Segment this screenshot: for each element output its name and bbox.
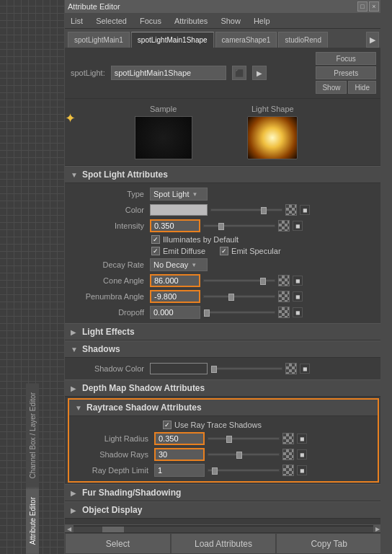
sample-preview <box>135 116 192 159</box>
spotlight-icon-btn1[interactable]: ⬛ <box>232 66 246 80</box>
shadows-header[interactable]: ▼ Shadows <box>65 340 382 358</box>
penumbra-btn2[interactable]: ◼ <box>293 291 303 302</box>
load-attributes-button[interactable]: Load Attributes <box>171 533 277 554</box>
intensity-slider[interactable] <box>203 224 275 227</box>
tab-spotlightmain1shape[interactable]: spotLightMain1Shape <box>131 32 214 48</box>
ray-depth-btn2[interactable]: ◼ <box>297 465 307 475</box>
penumbra-angle-label: Penumbra Angle <box>71 292 150 301</box>
intensity-input[interactable] <box>150 219 200 232</box>
h-scrollbar[interactable]: ◀ ▶ <box>65 524 382 532</box>
light-radius-btn2[interactable]: ◼ <box>297 434 307 444</box>
color-checker[interactable] <box>285 204 297 216</box>
shadow-color-slider[interactable] <box>210 367 282 370</box>
cone-angle-checker[interactable] <box>278 275 290 286</box>
spot-light-title: Spot Light Attributes <box>82 170 168 180</box>
minimize-button[interactable]: □ <box>357 1 368 12</box>
dropoff-handle <box>204 309 210 317</box>
tab-camerashape1[interactable]: cameraShape1 <box>215 32 277 48</box>
tab-spotlightmain1[interactable]: spotLightMain1 <box>68 32 130 48</box>
dropoff-checker[interactable] <box>278 307 290 318</box>
presets-button[interactable]: Presets <box>316 66 376 79</box>
menu-help[interactable]: Help <box>251 15 273 27</box>
shadow-rays-value: ◼ <box>154 448 372 461</box>
tab-scroll-arrow[interactable]: ▶ <box>366 32 379 48</box>
shadow-color-swatch[interactable] <box>150 363 208 374</box>
right-buttons: Focus Presets Show Hide <box>316 52 376 94</box>
scroll-panel[interactable]: ▼ Spot Light Attributes Type Spot Light … <box>65 166 382 532</box>
cone-angle-input[interactable] <box>150 274 200 287</box>
color-swatch[interactable] <box>150 204 208 216</box>
h-scroll-track[interactable] <box>74 527 373 532</box>
shadow-rays-btn2[interactable]: ◼ <box>297 449 307 460</box>
shadows-body: Shadow Color ◼ <box>65 358 382 379</box>
light-radius-input[interactable] <box>154 432 205 445</box>
menu-show[interactable]: Show <box>218 15 244 27</box>
spot-light-attributes-header[interactable]: ▼ Spot Light Attributes <box>65 166 382 183</box>
ray-depth-input[interactable] <box>154 464 205 477</box>
penumbra-angle-checker[interactable] <box>278 291 290 302</box>
channel-box-label[interactable]: Channel Box / Layer Editor <box>26 384 39 488</box>
depth-map-header[interactable]: ▶ Depth Map Shadow Attributes <box>65 379 382 397</box>
type-dropdown[interactable]: Spot Light ▼ <box>150 188 208 201</box>
shadow-rays-label: Shadow Rays <box>75 450 154 459</box>
fur-shading-arrow: ▶ <box>71 489 78 497</box>
color-slider[interactable] <box>210 208 282 211</box>
light-effects-header[interactable]: ▶ Light Effects <box>65 323 382 340</box>
ray-trace-checkbox[interactable]: ✓ <box>163 421 172 429</box>
attribute-editor-label[interactable]: Attribute Editor <box>26 488 39 554</box>
menu-bar: List Selected Focus Attributes Show Help <box>65 13 382 29</box>
fur-shading-header[interactable]: ▶ Fur Shading/Shadowing <box>65 484 382 501</box>
cone-angle-btn2[interactable]: ◼ <box>293 276 303 286</box>
ray-depth-checker[interactable] <box>282 465 294 476</box>
dropoff-slider[interactable] <box>203 311 275 314</box>
intensity-checker[interactable] <box>278 220 290 232</box>
ray-depth-row: Ray Depth Limit ◼ <box>69 462 378 478</box>
close-button[interactable]: × <box>369 1 379 12</box>
object-display-header[interactable]: ▶ Object Display <box>65 501 382 519</box>
menu-selected[interactable]: Selected <box>93 15 130 27</box>
color-value: ◼ <box>150 204 376 216</box>
menu-list[interactable]: List <box>68 15 86 27</box>
h-scroll-left[interactable]: ◀ <box>65 525 74 533</box>
raytrace-header[interactable]: ▼ Raytrace Shadow Attributes <box>69 400 378 416</box>
penumbra-angle-row: Penumbra Angle ◼ <box>65 289 382 304</box>
menu-focus[interactable]: Focus <box>137 15 164 27</box>
menu-attributes[interactable]: Attributes <box>172 15 210 27</box>
tab-studiorend[interactable]: studioRend <box>278 32 328 48</box>
copy-tab-button[interactable]: Copy Tab <box>276 533 382 554</box>
shadow-rays-slider[interactable] <box>208 453 280 456</box>
emit-specular-checkbox[interactable]: ✓ <box>220 247 228 255</box>
ray-depth-slider[interactable] <box>208 469 280 472</box>
select-button[interactable]: Select <box>65 533 171 554</box>
cone-angle-slider[interactable] <box>203 279 275 282</box>
color-slider-handle <box>261 207 267 214</box>
bottom-bar: Select Load Attributes Copy Tab <box>65 532 382 554</box>
sample-section: Sample <box>135 105 192 159</box>
intensity-btn2[interactable]: ◼ <box>293 221 303 231</box>
penumbra-angle-slider[interactable] <box>203 295 275 298</box>
shadow-color-checker[interactable] <box>285 363 297 374</box>
decay-rate-arrow: ▼ <box>191 262 197 268</box>
light-radius-checker[interactable] <box>282 433 294 444</box>
show-button[interactable]: Show <box>316 81 347 94</box>
spotlight-icon-btn2[interactable]: ▶ <box>252 66 267 80</box>
hide-button[interactable]: Hide <box>348 81 376 94</box>
focus-button[interactable]: Focus <box>316 52 376 65</box>
illuminates-checkbox[interactable]: ✓ <box>151 235 160 244</box>
shadow-color-btn2[interactable]: ◼ <box>300 364 310 374</box>
spot-light-body: Type Spot Light ▼ Color <box>65 183 382 323</box>
right-sidebar <box>380 0 392 554</box>
color-row: Color ◼ <box>65 202 382 218</box>
spotlight-name-input[interactable] <box>111 66 226 80</box>
decay-rate-dropdown[interactable]: No Decay ▼ <box>150 258 208 271</box>
dropoff-btn2[interactable]: ◼ <box>293 307 303 317</box>
cone-angle-value: ◼ <box>150 274 376 287</box>
penumbra-angle-input[interactable] <box>150 290 200 303</box>
light-radius-slider[interactable] <box>208 437 280 440</box>
dropoff-input[interactable] <box>150 306 200 319</box>
shadow-rays-input[interactable] <box>154 448 205 461</box>
color-btn2[interactable]: ◼ <box>300 205 310 215</box>
h-scroll-thumb[interactable] <box>102 527 124 532</box>
emit-diffuse-checkbox[interactable]: ✓ <box>151 247 160 255</box>
shadow-rays-checker[interactable] <box>282 449 294 460</box>
